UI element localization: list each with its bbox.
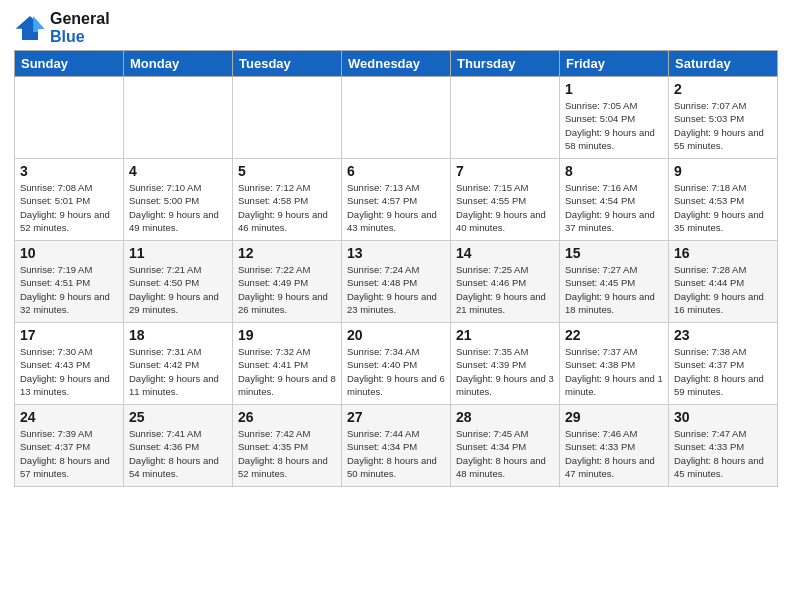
day-number: 27 [347, 409, 445, 425]
cell-daylight-info: Sunrise: 7:18 AM Sunset: 4:53 PM Dayligh… [674, 181, 772, 234]
day-number: 20 [347, 327, 445, 343]
day-number: 23 [674, 327, 772, 343]
calendar-week-2: 3Sunrise: 7:08 AM Sunset: 5:01 PM Daylig… [15, 159, 778, 241]
cell-daylight-info: Sunrise: 7:31 AM Sunset: 4:42 PM Dayligh… [129, 345, 227, 398]
calendar-cell: 17Sunrise: 7:30 AM Sunset: 4:43 PM Dayli… [15, 323, 124, 405]
cell-daylight-info: Sunrise: 7:12 AM Sunset: 4:58 PM Dayligh… [238, 181, 336, 234]
calendar-cell: 29Sunrise: 7:46 AM Sunset: 4:33 PM Dayli… [560, 405, 669, 487]
day-number: 6 [347, 163, 445, 179]
day-number: 3 [20, 163, 118, 179]
calendar-cell: 19Sunrise: 7:32 AM Sunset: 4:41 PM Dayli… [233, 323, 342, 405]
cell-daylight-info: Sunrise: 7:45 AM Sunset: 4:34 PM Dayligh… [456, 427, 554, 480]
day-number: 13 [347, 245, 445, 261]
cell-daylight-info: Sunrise: 7:35 AM Sunset: 4:39 PM Dayligh… [456, 345, 554, 398]
day-number: 29 [565, 409, 663, 425]
cell-daylight-info: Sunrise: 7:37 AM Sunset: 4:38 PM Dayligh… [565, 345, 663, 398]
calendar-cell: 12Sunrise: 7:22 AM Sunset: 4:49 PM Dayli… [233, 241, 342, 323]
cell-daylight-info: Sunrise: 7:08 AM Sunset: 5:01 PM Dayligh… [20, 181, 118, 234]
calendar-cell: 23Sunrise: 7:38 AM Sunset: 4:37 PM Dayli… [669, 323, 778, 405]
day-number: 24 [20, 409, 118, 425]
day-number: 12 [238, 245, 336, 261]
day-header-monday: Monday [124, 51, 233, 77]
day-number: 19 [238, 327, 336, 343]
day-header-sunday: Sunday [15, 51, 124, 77]
day-number: 15 [565, 245, 663, 261]
day-number: 21 [456, 327, 554, 343]
cell-daylight-info: Sunrise: 7:16 AM Sunset: 4:54 PM Dayligh… [565, 181, 663, 234]
calendar-week-4: 17Sunrise: 7:30 AM Sunset: 4:43 PM Dayli… [15, 323, 778, 405]
cell-daylight-info: Sunrise: 7:27 AM Sunset: 4:45 PM Dayligh… [565, 263, 663, 316]
cell-daylight-info: Sunrise: 7:28 AM Sunset: 4:44 PM Dayligh… [674, 263, 772, 316]
cell-daylight-info: Sunrise: 7:38 AM Sunset: 4:37 PM Dayligh… [674, 345, 772, 398]
cell-daylight-info: Sunrise: 7:44 AM Sunset: 4:34 PM Dayligh… [347, 427, 445, 480]
cell-daylight-info: Sunrise: 7:32 AM Sunset: 4:41 PM Dayligh… [238, 345, 336, 398]
calendar-cell: 9Sunrise: 7:18 AM Sunset: 4:53 PM Daylig… [669, 159, 778, 241]
day-header-thursday: Thursday [451, 51, 560, 77]
day-number: 9 [674, 163, 772, 179]
day-number: 28 [456, 409, 554, 425]
calendar-cell: 4Sunrise: 7:10 AM Sunset: 5:00 PM Daylig… [124, 159, 233, 241]
day-number: 17 [20, 327, 118, 343]
day-number: 11 [129, 245, 227, 261]
calendar-week-5: 24Sunrise: 7:39 AM Sunset: 4:37 PM Dayli… [15, 405, 778, 487]
cell-daylight-info: Sunrise: 7:41 AM Sunset: 4:36 PM Dayligh… [129, 427, 227, 480]
day-header-saturday: Saturday [669, 51, 778, 77]
calendar-cell: 24Sunrise: 7:39 AM Sunset: 4:37 PM Dayli… [15, 405, 124, 487]
calendar-cell: 10Sunrise: 7:19 AM Sunset: 4:51 PM Dayli… [15, 241, 124, 323]
calendar-cell: 1Sunrise: 7:05 AM Sunset: 5:04 PM Daylig… [560, 77, 669, 159]
calendar-cell [233, 77, 342, 159]
calendar-cell [15, 77, 124, 159]
calendar-cell: 27Sunrise: 7:44 AM Sunset: 4:34 PM Dayli… [342, 405, 451, 487]
calendar-header-row: SundayMondayTuesdayWednesdayThursdayFrid… [15, 51, 778, 77]
day-number: 18 [129, 327, 227, 343]
calendar-week-1: 1Sunrise: 7:05 AM Sunset: 5:04 PM Daylig… [15, 77, 778, 159]
logo: General Blue [14, 10, 110, 46]
cell-daylight-info: Sunrise: 7:30 AM Sunset: 4:43 PM Dayligh… [20, 345, 118, 398]
logo-icon [14, 14, 46, 42]
day-number: 5 [238, 163, 336, 179]
day-number: 16 [674, 245, 772, 261]
cell-daylight-info: Sunrise: 7:15 AM Sunset: 4:55 PM Dayligh… [456, 181, 554, 234]
day-number: 30 [674, 409, 772, 425]
cell-daylight-info: Sunrise: 7:13 AM Sunset: 4:57 PM Dayligh… [347, 181, 445, 234]
calendar-cell: 7Sunrise: 7:15 AM Sunset: 4:55 PM Daylig… [451, 159, 560, 241]
calendar-cell: 5Sunrise: 7:12 AM Sunset: 4:58 PM Daylig… [233, 159, 342, 241]
day-header-tuesday: Tuesday [233, 51, 342, 77]
calendar-table: SundayMondayTuesdayWednesdayThursdayFrid… [14, 50, 778, 487]
calendar-cell: 11Sunrise: 7:21 AM Sunset: 4:50 PM Dayli… [124, 241, 233, 323]
cell-daylight-info: Sunrise: 7:24 AM Sunset: 4:48 PM Dayligh… [347, 263, 445, 316]
cell-daylight-info: Sunrise: 7:42 AM Sunset: 4:35 PM Dayligh… [238, 427, 336, 480]
day-number: 1 [565, 81, 663, 97]
day-number: 25 [129, 409, 227, 425]
calendar-cell: 26Sunrise: 7:42 AM Sunset: 4:35 PM Dayli… [233, 405, 342, 487]
calendar-cell: 25Sunrise: 7:41 AM Sunset: 4:36 PM Dayli… [124, 405, 233, 487]
calendar-cell: 3Sunrise: 7:08 AM Sunset: 5:01 PM Daylig… [15, 159, 124, 241]
logo-text: General Blue [50, 10, 110, 46]
calendar-cell [451, 77, 560, 159]
cell-daylight-info: Sunrise: 7:05 AM Sunset: 5:04 PM Dayligh… [565, 99, 663, 152]
calendar-cell: 2Sunrise: 7:07 AM Sunset: 5:03 PM Daylig… [669, 77, 778, 159]
cell-daylight-info: Sunrise: 7:19 AM Sunset: 4:51 PM Dayligh… [20, 263, 118, 316]
cell-daylight-info: Sunrise: 7:47 AM Sunset: 4:33 PM Dayligh… [674, 427, 772, 480]
calendar-cell: 13Sunrise: 7:24 AM Sunset: 4:48 PM Dayli… [342, 241, 451, 323]
page-container: General Blue SundayMondayTuesdayWednesda… [0, 0, 792, 497]
calendar-cell: 22Sunrise: 7:37 AM Sunset: 4:38 PM Dayli… [560, 323, 669, 405]
cell-daylight-info: Sunrise: 7:34 AM Sunset: 4:40 PM Dayligh… [347, 345, 445, 398]
day-number: 4 [129, 163, 227, 179]
day-number: 10 [20, 245, 118, 261]
header: General Blue [14, 10, 778, 46]
day-number: 26 [238, 409, 336, 425]
day-number: 2 [674, 81, 772, 97]
svg-marker-1 [33, 16, 44, 32]
calendar-cell [342, 77, 451, 159]
cell-daylight-info: Sunrise: 7:25 AM Sunset: 4:46 PM Dayligh… [456, 263, 554, 316]
calendar-cell: 20Sunrise: 7:34 AM Sunset: 4:40 PM Dayli… [342, 323, 451, 405]
cell-daylight-info: Sunrise: 7:22 AM Sunset: 4:49 PM Dayligh… [238, 263, 336, 316]
day-number: 7 [456, 163, 554, 179]
calendar-cell: 15Sunrise: 7:27 AM Sunset: 4:45 PM Dayli… [560, 241, 669, 323]
day-header-wednesday: Wednesday [342, 51, 451, 77]
calendar-week-3: 10Sunrise: 7:19 AM Sunset: 4:51 PM Dayli… [15, 241, 778, 323]
day-header-friday: Friday [560, 51, 669, 77]
day-number: 8 [565, 163, 663, 179]
calendar-cell: 28Sunrise: 7:45 AM Sunset: 4:34 PM Dayli… [451, 405, 560, 487]
